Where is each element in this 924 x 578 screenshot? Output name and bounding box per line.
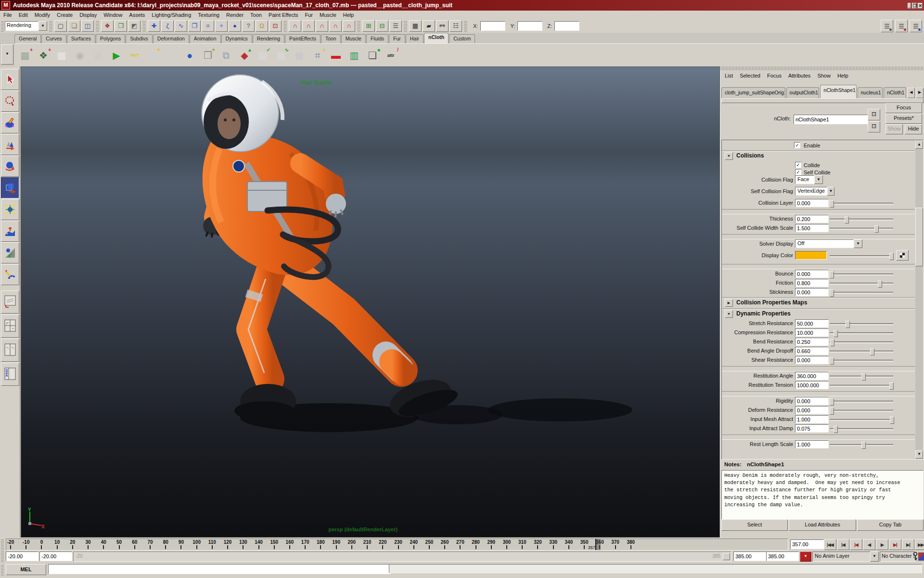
shelf-tab-curves[interactable]: Curves <box>41 34 66 43</box>
move-tool[interactable] <box>1 134 19 155</box>
bend-angle-dropoff-field[interactable] <box>795 347 829 355</box>
create-cache-icon[interactable]: ▦✦ <box>144 47 162 64</box>
shelf-tab-surfaces[interactable]: Surfaces <box>67 34 95 43</box>
load-attributes-button[interactable]: Load Attributes <box>789 519 856 531</box>
x-coordinate-input[interactable] <box>480 21 505 31</box>
display-input-mesh-icon[interactable]: ◉ <box>71 47 89 64</box>
paint-properties-icon[interactable]: ● <box>181 47 198 64</box>
play-backwards-button[interactable]: ◀ <box>863 539 875 550</box>
append-cache-icon[interactable]: ▥ <box>163 47 180 64</box>
make-live-icon[interactable]: ∩ <box>343 20 355 32</box>
notes-text-area[interactable]: Heavy Denim is moderately rough, very no… <box>721 470 924 520</box>
interactive-playback-icon[interactable]: ▶ <box>108 47 125 64</box>
render-current-frame-icon[interactable]: ▰ <box>423 20 435 32</box>
menu-help[interactable]: Help <box>340 11 358 19</box>
scale-tool[interactable] <box>1 177 19 198</box>
ncloth-world-space-icon[interactable]: ▩∿ <box>272 47 290 64</box>
maximize-button[interactable]: ❐ <box>912 3 917 9</box>
step-forward-frame-button[interactable]: ▶| <box>902 539 914 550</box>
scroll-down-icon[interactable]: ▼ <box>915 450 923 459</box>
snap-to-view-planes-icon[interactable]: ∩ <box>329 20 342 32</box>
menu-file[interactable]: File <box>0 11 15 19</box>
section-collapse-icon[interactable]: ▼ <box>725 310 733 318</box>
stretch-resistance-field[interactable] <box>795 319 829 328</box>
create-ncloth-icon[interactable]: ▩+ <box>16 47 34 64</box>
shelf-tab-animation[interactable]: Animation <box>190 34 221 43</box>
remove-mesh-icon[interactable]: ▬ <box>327 47 345 64</box>
time-slider-grip[interactable] <box>1 539 4 550</box>
construction-history-icon[interactable]: ☰ <box>389 20 402 32</box>
bend-resistance-slider-handle[interactable] <box>830 339 834 346</box>
shelf-tab-subdivs[interactable]: Subdivs <box>126 34 152 43</box>
copy-tab-button[interactable]: Copy Tab <box>857 519 924 531</box>
solver-display-dropdown[interactable]: Off▼ <box>795 239 862 247</box>
close-button[interactable]: ✕ <box>918 3 923 9</box>
command-line-grip[interactable] <box>1 564 4 576</box>
snap-panel-icon[interactable]: ❐ <box>188 20 201 32</box>
shelf-tab-muscle[interactable]: Muscle <box>341 34 366 43</box>
display-output-mesh-icon[interactable]: ◎ <box>90 47 107 64</box>
section-expand-icon[interactable]: ▶ <box>725 299 733 307</box>
bend-resistance-field[interactable] <box>795 338 829 346</box>
restitution-angle-slider[interactable] <box>830 376 893 378</box>
anim-menu-button[interactable]: ▼ <box>800 552 811 562</box>
show-manipulator-tool[interactable] <box>1 242 19 263</box>
character-set-field[interactable]: No Character Set <box>880 552 915 562</box>
sparkle-window-icon[interactable]: ❐✦ <box>199 47 217 64</box>
add-mesh-icon[interactable]: ⌗+ <box>309 47 326 64</box>
time-slider-ruler[interactable]: -20-100102030405060708090100110120130140… <box>6 539 788 551</box>
stretch-resistance-slider[interactable] <box>830 323 893 325</box>
ae-tab-nclothshape1[interactable]: nClothShape1 <box>820 85 856 98</box>
show-channel-box-icon[interactable]: ☰ <box>910 20 922 32</box>
highlight-select-icon[interactable]: ⊡ <box>269 20 282 32</box>
bounce-field[interactable] <box>795 270 829 278</box>
snap-curve2-icon[interactable]: ∿ <box>175 20 187 32</box>
shear-resistance-slider-handle[interactable] <box>830 357 834 365</box>
snap-to-curves-icon[interactable]: ∩ <box>302 20 315 32</box>
snap-sphere-icon[interactable]: ● <box>229 20 241 32</box>
astronaut-figure[interactable] <box>202 75 461 424</box>
move-nearest-icon[interactable]: ✚ <box>148 20 160 32</box>
load-attributes-right-icon[interactable]: ⊡ <box>868 121 880 132</box>
ae-tab-cloth-jump-suitshapeorig1[interactable]: cloth_jump_suitShapeOrig1 <box>721 87 785 98</box>
auto-keyframe-icon[interactable] <box>913 552 918 561</box>
perspective-viewport[interactable]: High Quality persp (defaultRenderLayer) … <box>21 66 720 538</box>
command-results-field[interactable] <box>389 564 922 573</box>
input-mesh-attract-slider-handle[interactable] <box>890 417 894 424</box>
shelf-tab-painteffects[interactable]: PaintEffects <box>285 34 321 43</box>
presets-button[interactable]: Presets* <box>886 114 922 124</box>
menu-modify[interactable]: Modify <box>31 11 53 19</box>
display-color-swatch[interactable] <box>795 251 827 260</box>
open-render-view-icon[interactable]: ▦ <box>409 20 422 32</box>
go-to-end-button[interactable]: ▶▶| <box>915 539 924 550</box>
stretch-resistance-slider-handle[interactable] <box>846 321 850 328</box>
z-coordinate-input[interactable] <box>554 21 579 31</box>
scrollbar-thumb[interactable] <box>915 208 923 266</box>
solver-display-dropdown-icon[interactable]: ▼ <box>854 239 862 248</box>
bounce-slider[interactable] <box>830 274 893 276</box>
ae-tab-outputcloth1[interactable]: outputCloth1 <box>786 87 820 98</box>
ae-menu-list[interactable]: List <box>721 72 736 79</box>
universal-manipulator-tool[interactable] <box>1 199 19 220</box>
menu-display[interactable]: Display <box>76 11 100 19</box>
lasso-select-tool[interactable] <box>1 91 19 112</box>
animation-start-input[interactable] <box>6 552 38 561</box>
play-forwards-button[interactable]: ▶ <box>876 539 888 550</box>
section-collision-properties-maps[interactable]: ▶Collision Properties Maps <box>722 298 915 308</box>
bend-angle-dropoff-slider-handle[interactable] <box>870 348 874 355</box>
step-forward-key-button[interactable]: ▶| <box>889 539 901 550</box>
shear-resistance-field[interactable] <box>795 356 829 364</box>
paint-vertex-properties-icon[interactable]: PVT <box>126 47 143 64</box>
collision-layer-field[interactable] <box>795 199 829 207</box>
restitution-tension-slider[interactable] <box>830 385 893 387</box>
collision-flag-dropdown-icon[interactable]: ▼ <box>814 175 823 184</box>
ipr-render-icon[interactable]: IPR <box>436 20 449 32</box>
menu-mode-dropdown-icon[interactable]: ▼ <box>38 21 47 31</box>
ae-menu-show[interactable]: Show <box>814 72 834 79</box>
color-picker-button[interactable] <box>896 250 909 261</box>
two-pane-layout-button[interactable] <box>1 339 19 362</box>
rest-length-scale-slider-handle[interactable] <box>861 442 866 449</box>
range-slider[interactable]: -20 385 <box>73 552 732 562</box>
shelf-tab-custom[interactable]: Custom <box>449 34 475 43</box>
go-to-start-button[interactable]: |◀◀ <box>824 539 836 550</box>
